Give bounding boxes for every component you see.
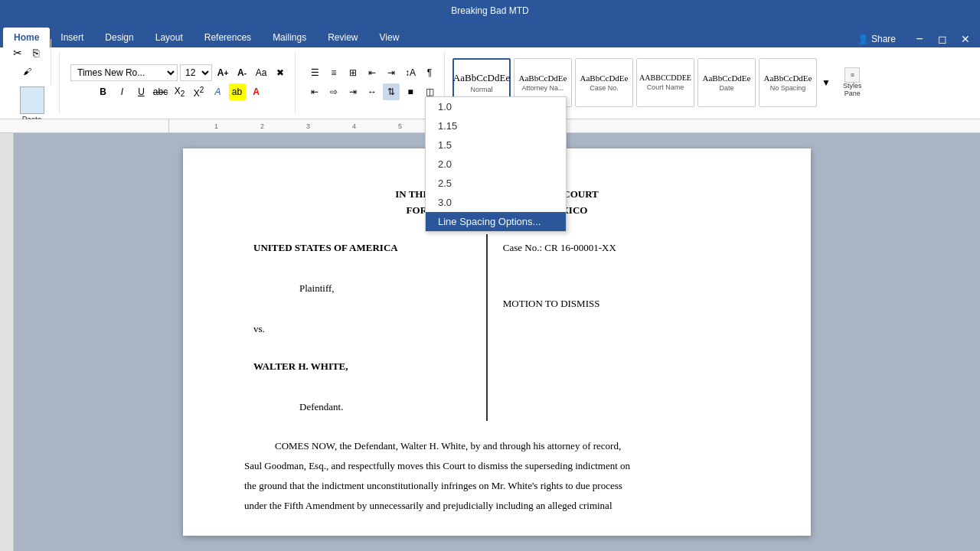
plaintiff-name: UNITED STATES OF AMERICA [253,239,477,256]
increase-indent-button[interactable]: ⇥ [383,64,400,81]
svg-text:3: 3 [306,122,310,130]
tab-design[interactable]: Design [94,28,144,47]
spacing-1-15[interactable]: 1.15 [426,116,566,135]
style-case-no[interactable]: AaBbCcDdEe Case No. [575,58,633,107]
font-group: Times New Ro... 12 A+ A- Aa ✖ B I U abc … [64,52,296,113]
subscript-button[interactable]: X2 [172,83,188,100]
svg-text:1: 1 [214,122,218,130]
spacing-3-0[interactable]: 3.0 [426,193,566,212]
change-case-button[interactable]: Aa [253,64,270,81]
font-family-dropdown[interactable]: Times New Ro... [70,64,178,81]
tab-references[interactable]: References [194,28,262,47]
styles-scroll-right-button[interactable]: ▼ [820,58,832,107]
line-spacing-dropdown[interactable]: 1.0 1.15 1.5 2.0 2.5 3.0 Line Spacing Op… [425,96,567,232]
numbering-button[interactable]: ≡ [325,64,342,81]
spacing-2-5[interactable]: 2.5 [426,174,566,193]
spacing-1-0[interactable]: 1.0 [426,97,566,116]
align-left-button[interactable]: ⇤ [306,83,323,100]
svg-text:5: 5 [398,122,402,130]
decrease-font-button[interactable]: A- [234,64,250,81]
tab-layout[interactable]: Layout [145,28,194,47]
svg-text:2: 2 [260,122,264,130]
svg-text:4: 4 [352,122,356,130]
body-text: COMES NOW, the Defendant, Walter H. Whit… [244,436,750,516]
multilevel-list-button[interactable]: ⊞ [345,64,361,81]
style-date[interactable]: AaBbCcDdEe Date [697,58,756,107]
body-paragraph-1: COMES NOW, the Defendant, Walter H. Whit… [244,436,750,456]
tab-bar: Home Insert Design Layout References Mai… [0,21,980,47]
line-spacing-button[interactable]: ⇅ [383,83,400,100]
tab-insert[interactable]: Insert [50,28,94,47]
format-painter-button[interactable]: 🖌 [18,63,35,80]
case-info-cell: Case No.: CR 16-00001-XX MOTION TO DISMI… [487,234,750,421]
spacing-2-0[interactable]: 2.0 [426,155,566,174]
style-court-name[interactable]: AABBCCDDEE Court Name [636,58,694,107]
clear-format-button[interactable]: ✖ [272,64,289,81]
styles-pane-button[interactable]: ≡ StylesPane [840,64,865,101]
text-effects-button[interactable]: A [210,83,227,100]
defendant-label: Defendant. [299,398,477,416]
body-paragraph-2: Saul Goodman, Esq., and respectfully mov… [244,456,750,476]
line-spacing-options[interactable]: Line Spacing Options... [426,212,566,231]
bullets-button[interactable]: ☰ [306,64,323,81]
show-formatting-button[interactable]: ¶ [421,64,438,81]
cut-button[interactable]: ✂ [9,44,26,61]
styles-pane-label: StylesPane [843,83,862,98]
superscript-button[interactable]: X2 [191,83,207,100]
body-text-comes-now: COMES NOW, the Defendant, Walter H. Whit… [275,440,621,452]
vs-label: vs. [253,320,477,337]
body-paragraph-3: the ground that the indictment unconstit… [244,476,750,496]
paste-icon [20,86,44,114]
underline-button[interactable]: U [133,83,150,100]
strikethrough-button[interactable]: abc [152,83,169,100]
close-button[interactable]: ✕ [957,31,974,47]
tab-view[interactable]: View [369,28,410,47]
increase-font-button[interactable]: A+ [214,64,231,81]
title-bar: Breaking Bad MTD [0,0,980,21]
vertical-ruler [0,133,14,551]
styles-pane-icon: ≡ [844,67,860,83]
tab-mailings[interactable]: Mailings [262,28,317,47]
justify-button[interactable]: ↔ [364,83,381,100]
italic-button[interactable]: I [114,83,131,100]
copy-button[interactable]: ⎘ [28,44,44,61]
font-color-button[interactable]: A [248,83,265,100]
paragraph-group: ☰ ≡ ⊞ ⇤ ⇥ ↕A ¶ ⇤ ⇨ ⇥ ↔ ⇅ ■ ◫ [300,52,445,113]
minimize-button[interactable]: − [911,31,928,47]
group-separator [51,39,51,85]
plaintiff-cell: UNITED STATES OF AMERICA Plaintiff, vs. … [244,234,487,421]
share-button[interactable]: 👤 Share [848,31,905,47]
style-no-spacing[interactable]: AaBbCcDdEe No Spacing [759,58,817,107]
tab-review[interactable]: Review [317,28,368,47]
decrease-indent-button[interactable]: ⇤ [364,64,381,81]
case-number: Case No.: CR 16-00001-XX [503,239,740,256]
sort-button[interactable]: ↕A [402,64,419,81]
share-icon: 👤 [858,34,869,44]
document-title: Breaking Bad MTD [451,5,528,16]
motion-title: MOTION TO DISMISS [503,295,740,312]
plaintiff-label: Plaintiff, [299,279,477,297]
bold-button[interactable]: B [95,83,112,100]
body-paragraph-4: under the Fifth Amendment by unnecessari… [244,496,750,516]
highlight-button[interactable]: ab [229,83,246,100]
shading-button[interactable]: ■ [402,83,419,100]
spacing-1-5[interactable]: 1.5 [426,135,566,155]
align-right-button[interactable]: ⇥ [345,83,361,100]
clipboard-group: ✂ ⎘ 🖌 Paste [5,52,60,113]
maximize-button[interactable]: ◻ [934,31,951,47]
defendant-name: WALTER H. WHITE, [253,357,477,375]
align-center-button[interactable]: ⇨ [325,83,342,100]
case-table: UNITED STATES OF AMERICA Plaintiff, vs. … [244,234,750,421]
font-size-dropdown[interactable]: 12 [180,64,212,81]
